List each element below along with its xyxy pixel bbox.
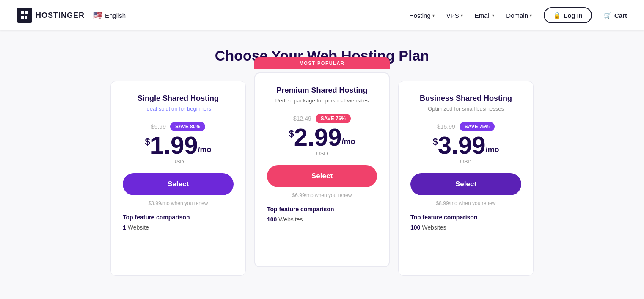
nav-email[interactable]: Email ▾ <box>475 12 495 19</box>
plan-subtitle: Ideal solution for beginners <box>123 105 234 112</box>
nav-vps[interactable]: VPS ▾ <box>446 12 463 19</box>
select-button[interactable]: Select <box>410 173 521 195</box>
nav-hosting[interactable]: Hosting ▾ <box>409 12 435 19</box>
plan-subtitle: Perfect package for personal websites <box>267 97 377 104</box>
navbar: HOSTINGER 🇺🇸 English Hosting ▾ VPS ▾ Ema… <box>0 0 644 30</box>
chevron-down-icon: ▾ <box>492 13 494 18</box>
chevron-down-icon: ▾ <box>530 13 532 18</box>
pricing-card-business: Business Shared Hosting Optimized for sm… <box>398 81 534 276</box>
language-selector[interactable]: 🇺🇸 English <box>93 11 126 20</box>
renew-text: $6.99/mo when you renew <box>267 192 377 198</box>
svg-rect-0 <box>21 11 24 14</box>
lock-icon: 🔒 <box>553 11 561 19</box>
price-number: 3.99 <box>438 133 486 158</box>
select-button[interactable]: Select <box>267 165 377 187</box>
price-number: 2.99 <box>294 125 342 150</box>
navbar-right: Hosting ▾ VPS ▾ Email ▾ Domain ▾ 🔒 Log I… <box>409 7 627 23</box>
svg-rect-3 <box>25 16 27 19</box>
original-price: $9.99 <box>151 123 166 130</box>
save-badge: SAVE 80% <box>170 122 205 131</box>
per-mo: /mo <box>342 137 355 146</box>
language-label: English <box>105 12 126 19</box>
svg-rect-1 <box>25 11 28 14</box>
dollar-sign: $ <box>289 128 294 139</box>
save-badge: SAVE 75% <box>460 122 495 131</box>
pricing-card-premium: MOST POPULAR Premium Shared Hosting Perf… <box>254 72 390 267</box>
price-number: 1.99 <box>150 133 198 158</box>
feature-comparison-label: Top feature comparison <box>123 214 234 221</box>
plan-subtitle: Optimized for small businesses <box>410 105 521 112</box>
navbar-left: HOSTINGER 🇺🇸 English <box>17 8 126 23</box>
price-row: $15.99 SAVE 75% <box>410 122 521 131</box>
website-count: 1 Website <box>123 224 234 231</box>
pricing-card-single: Single Shared Hosting Ideal solution for… <box>110 81 246 276</box>
plan-title: Premium Shared Hosting <box>267 86 377 95</box>
feature-comparison-label: Top feature comparison <box>267 206 377 213</box>
price-main: $ 3.99 /mo <box>410 133 521 158</box>
renew-text: $8.99/mo when you renew <box>410 200 521 206</box>
dollar-sign: $ <box>145 136 150 147</box>
nav-domain[interactable]: Domain ▾ <box>506 12 532 19</box>
plan-title: Business Shared Hosting <box>410 94 521 103</box>
chevron-down-icon: ▾ <box>432 13 435 18</box>
website-count: 100 Websites <box>410 224 521 231</box>
save-badge: SAVE 76% <box>316 114 351 123</box>
brand-name: HOSTINGER <box>36 11 85 20</box>
per-mo: /mo <box>198 145 212 154</box>
website-count: 100 Websites <box>267 216 377 223</box>
login-button[interactable]: 🔒 Log In <box>544 7 592 23</box>
popular-badge: MOST POPULAR <box>254 57 390 69</box>
price-main: $ 2.99 /mo <box>267 125 377 150</box>
price-main: $ 1.99 /mo <box>123 133 234 158</box>
dollar-sign: $ <box>432 136 438 147</box>
cart-button[interactable]: 🛒 Cart <box>604 11 627 19</box>
currency-label: USD <box>267 150 377 157</box>
plan-title: Single Shared Hosting <box>123 94 234 103</box>
cart-icon: 🛒 <box>604 11 612 19</box>
logo-icon <box>17 8 32 23</box>
flag-icon: 🇺🇸 <box>93 11 102 20</box>
price-row: $9.99 SAVE 80% <box>123 122 234 131</box>
per-mo: /mo <box>486 145 499 154</box>
svg-rect-2 <box>21 16 24 19</box>
original-price: $12.49 <box>293 115 311 122</box>
feature-comparison-label: Top feature comparison <box>410 214 521 221</box>
chevron-down-icon: ▾ <box>461 13 463 18</box>
select-button[interactable]: Select <box>123 173 234 195</box>
logo[interactable]: HOSTINGER <box>17 8 85 23</box>
currency-label: USD <box>123 158 234 165</box>
pricing-cards: Single Shared Hosting Ideal solution for… <box>25 81 619 276</box>
main-content: Choose Your Web Hosting Plan Single Shar… <box>0 30 644 284</box>
original-price: $15.99 <box>437 123 455 130</box>
currency-label: USD <box>410 158 521 165</box>
renew-text: $3.99/mo when you renew <box>123 200 234 206</box>
price-row: $12.49 SAVE 76% <box>267 114 377 123</box>
